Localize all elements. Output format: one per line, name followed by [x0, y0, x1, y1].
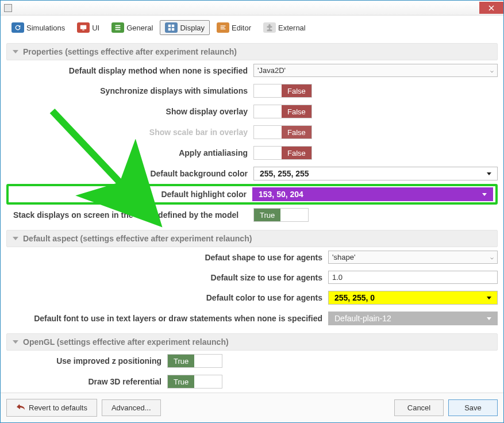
- button-label: Cancel: [407, 403, 430, 412]
- label-z-positioning: Use improved z positioning: [6, 356, 167, 366]
- chevron-down-icon: ⌵: [490, 67, 494, 74]
- select-value: 'shape': [332, 253, 355, 262]
- toggle-3d-referential[interactable]: True: [167, 375, 222, 389]
- tab-label: Editor: [232, 24, 251, 32]
- label-bg-color: Default background color: [6, 169, 253, 178]
- tab-general[interactable]: General: [106, 20, 158, 35]
- svg-rect-4: [116, 25, 121, 26]
- toggle-antialias[interactable]: False: [253, 146, 312, 160]
- svg-rect-5: [116, 27, 121, 28]
- font-picker[interactable]: Default-plain-12: [328, 312, 498, 325]
- button-label: Revert to defaults: [29, 403, 87, 412]
- toggle-value: True: [168, 375, 194, 388]
- label-default-font: Default font to use in text layers or dr…: [6, 314, 328, 323]
- toggle-scale-bar[interactable]: False: [253, 125, 312, 139]
- label-default-display-method: Default display method when none is spec…: [6, 66, 253, 75]
- svg-rect-9: [168, 28, 171, 30]
- button-label: Advanced...: [111, 403, 151, 412]
- label-scale-bar: Show scale bar in overlay: [6, 128, 253, 137]
- tab-label: UI: [92, 24, 99, 32]
- toggle-value: False: [282, 147, 311, 159]
- label-sync-displays: Synchronize displays with simulations: [6, 86, 253, 95]
- color-value: 255, 255, 255: [260, 169, 309, 178]
- window-icon: [4, 4, 12, 12]
- chevron-down-icon: [13, 237, 18, 240]
- chevron-down-icon: [487, 317, 491, 320]
- preferences-window: Simulations UI General Display Editor Ex…: [0, 0, 504, 423]
- toggle-show-overlay[interactable]: False: [253, 105, 312, 118]
- tab-ui[interactable]: UI: [72, 20, 105, 35]
- button-label: Save: [464, 403, 482, 412]
- toggle-value: False: [282, 105, 311, 118]
- chevron-down-icon: [13, 340, 18, 344]
- svg-rect-13: [221, 29, 226, 29]
- label-3d-referential: Draw 3D referential: [6, 377, 167, 386]
- tab-label: Simulations: [26, 24, 65, 32]
- list-icon: [111, 22, 124, 33]
- tab-label: External: [278, 24, 306, 32]
- svg-rect-3: [82, 30, 84, 30]
- label-default-size: Default size to use for agents: [6, 273, 328, 282]
- section-opengl-header[interactable]: OpenGL (settings effective after experim…: [6, 333, 498, 351]
- select-value: 'Java2D': [257, 66, 286, 75]
- section-aspect-header[interactable]: Default aspect (settings effective after…: [6, 230, 498, 247]
- settings-scroll-pane[interactable]: Properties (settings effective after exp…: [1, 35, 503, 393]
- revert-button[interactable]: Revert to defaults: [6, 399, 97, 417]
- label-antialias: Apply antialiasing: [6, 148, 253, 157]
- color-picker-highlight[interactable]: 153, 50, 204: [252, 187, 493, 201]
- tab-external[interactable]: External: [258, 20, 311, 35]
- undo-icon: [16, 403, 25, 413]
- tab-label: General: [126, 24, 153, 32]
- select-default-display-method[interactable]: 'Java2D' ⌵: [253, 64, 498, 77]
- toggle-value: False: [282, 126, 311, 139]
- grid-icon: [165, 22, 178, 33]
- toggle-z-positioning[interactable]: True: [167, 354, 222, 368]
- label-default-agent-color: Default color to use for agents: [6, 293, 328, 302]
- color-value: 153, 50, 204: [259, 190, 303, 199]
- svg-rect-11: [221, 26, 226, 26]
- svg-rect-7: [168, 25, 171, 27]
- advanced-button[interactable]: Advanced...: [102, 399, 161, 416]
- cancel-button[interactable]: Cancel: [394, 399, 444, 416]
- svg-rect-12: [221, 27, 225, 28]
- tab-label: Display: [180, 24, 205, 32]
- toggle-stack-displays[interactable]: True: [253, 208, 309, 222]
- section-title: Properties (settings effective after exp…: [23, 47, 237, 56]
- tab-editor[interactable]: Editor: [211, 20, 256, 35]
- svg-rect-6: [116, 29, 121, 30]
- toggle-value: True: [168, 355, 194, 367]
- save-button[interactable]: Save: [448, 399, 498, 416]
- label-show-overlay: Show display overlay: [6, 107, 253, 116]
- tab-simulations[interactable]: Simulations: [6, 20, 70, 35]
- color-picker-agent[interactable]: 255, 255, 0: [328, 291, 498, 305]
- select-default-shape[interactable]: 'shape' ⌵: [328, 251, 498, 264]
- footer-bar: Revert to defaults Advanced... Cancel Sa…: [1, 393, 503, 422]
- font-value: Default-plain-12: [334, 314, 391, 323]
- lines-icon: [217, 22, 229, 33]
- label-default-shape: Defaut shape to use for agents: [6, 253, 328, 262]
- input-default-size[interactable]: 1.0: [328, 271, 498, 284]
- tab-bar: Simulations UI General Display Editor Ex…: [1, 16, 503, 35]
- puzzle-icon: [263, 22, 276, 33]
- toggle-value: True: [254, 209, 280, 221]
- svg-rect-2: [80, 25, 87, 29]
- label-highlight-color: Default highlight color: [11, 190, 252, 199]
- color-picker-bg[interactable]: 255, 255, 255: [253, 167, 498, 180]
- chevron-down-icon: [487, 297, 491, 299]
- window-close-button[interactable]: [479, 2, 503, 14]
- refresh-icon: [11, 22, 24, 33]
- monitor-icon: [77, 22, 90, 33]
- color-value: 255, 255, 0: [334, 293, 375, 302]
- titlebar: [1, 1, 503, 16]
- tab-display[interactable]: Display: [160, 20, 210, 35]
- section-title: Default aspect (settings effective after…: [23, 234, 252, 243]
- section-properties-header[interactable]: Properties (settings effective after exp…: [6, 43, 498, 60]
- chevron-down-icon: [487, 172, 491, 175]
- svg-rect-10: [172, 28, 174, 30]
- chevron-down-icon: [13, 50, 18, 53]
- label-stack-displays: Stack displays on screen in the order de…: [6, 210, 253, 220]
- toggle-value: False: [282, 84, 311, 97]
- svg-rect-8: [172, 25, 174, 27]
- chevron-down-icon: [482, 193, 487, 196]
- toggle-sync-displays[interactable]: False: [253, 84, 312, 98]
